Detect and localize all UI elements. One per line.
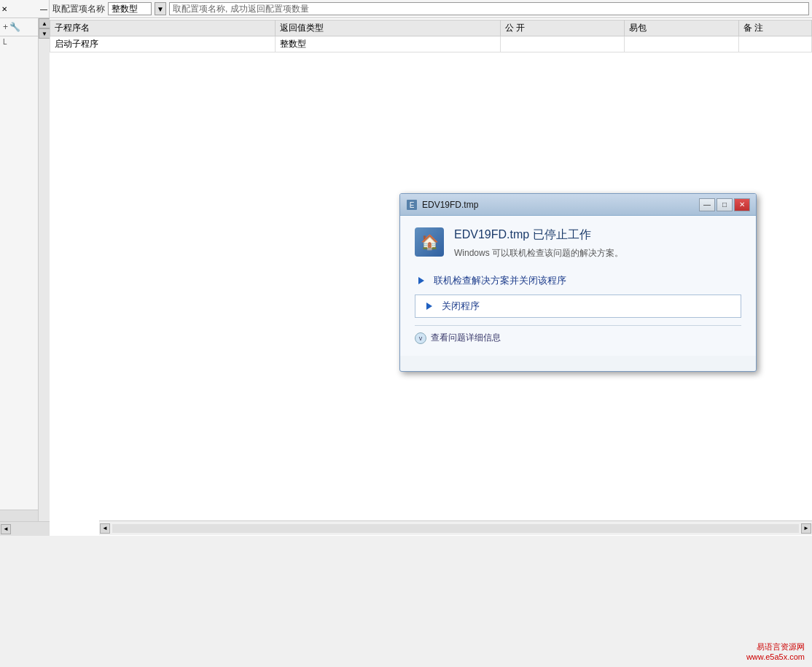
hscroll-right-button[interactable]: ►	[801, 523, 811, 534]
crash-dialog: E EDV19FD.tmp — □ ✕ 🏠	[399, 193, 757, 372]
col-header-easy: 易包	[625, 20, 739, 36]
hscroll-left-button[interactable]: ◄	[100, 523, 110, 534]
cell-easy	[625, 36, 739, 52]
dialog-minimize-button[interactable]: —	[699, 198, 715, 211]
cell-return: 整数型	[275, 36, 500, 52]
close-program-button[interactable]: 关闭程序	[415, 295, 741, 318]
watermark: 易语言资源网 www.e5a5x.com	[746, 641, 805, 661]
close-icon[interactable]: ✕	[1, 5, 7, 13]
house-icon: 🏠	[421, 233, 439, 251]
watermark-line2: www.e5a5x.com	[746, 652, 805, 661]
left-panel-top: ✕ —	[0, 0, 49, 18]
dropdown-button[interactable]: ▼	[155, 2, 166, 15]
dropdown-arrow-icon: ▼	[157, 5, 164, 13]
footer-label: 查看问题详细信息	[431, 332, 501, 344]
dialog-titlebar: E EDV19FD.tmp — □ ✕	[400, 194, 756, 216]
table-header-row: 子程序名 返回值类型 公 开 易包 备 注	[50, 20, 812, 36]
arrow-right-icon-2	[423, 300, 436, 313]
svg-marker-3	[426, 303, 432, 310]
scroll-left-button[interactable]: ◄	[1, 524, 11, 534]
left-scroll-bottom	[0, 510, 38, 521]
type-input[interactable]	[108, 2, 152, 15]
tree-prefix: L	[3, 38, 7, 46]
cell-note	[739, 36, 812, 52]
dialog-title-icon: E	[406, 199, 418, 211]
dialog-app-icon: 🏠	[415, 227, 444, 257]
arrow-right-icon-1	[415, 274, 428, 287]
dialog-restore-button[interactable]: □	[717, 198, 733, 211]
dialog-body: 🏠 EDV19FD.tmp 已停止工作 Windows 可以联机检查该问题的解决…	[400, 216, 756, 356]
expand-icon: v	[415, 332, 426, 344]
table-area: 子程序名 返回值类型 公 开 易包 备 注 启动子程序 整数型	[50, 20, 812, 52]
horizontal-scrollbar: ◄ ►	[99, 520, 812, 535]
col-header-public: 公 开	[500, 20, 625, 36]
action1-label: 联机检查解决方案并关闭该程序	[434, 274, 566, 287]
scroll-down-button[interactable]: ▼	[39, 28, 50, 39]
dialog-subtitle: Windows 可以联机检查该问题的解决方案。	[454, 247, 623, 260]
col-header-note: 备 注	[739, 20, 812, 36]
cell-name: 启动子程序	[50, 36, 276, 52]
cell-public	[500, 36, 625, 52]
svg-text:E: E	[410, 201, 415, 209]
left-panel: ✕ — + 🔧 L ▲ ▼ ◄	[0, 0, 50, 536]
action2-label: 关闭程序	[442, 300, 480, 313]
left-hscroll: ◄	[0, 521, 50, 536]
col-header-return: 返回值类型	[275, 20, 500, 36]
svg-marker-2	[418, 277, 424, 284]
online-check-link[interactable]: 联机检查解决方案并关闭该程序	[415, 271, 741, 290]
dialog-header-row: 🏠 EDV19FD.tmp 已停止工作 Windows 可以联机检查该问题的解决…	[415, 227, 741, 260]
description-input[interactable]	[169, 2, 809, 15]
data-table: 子程序名 返回值类型 公 开 易包 备 注 启动子程序 整数型	[50, 20, 812, 52]
dialog-footer[interactable]: v 查看问题详细信息	[415, 325, 741, 344]
left-vertical-scrollbar: ▲ ▼	[38, 18, 50, 521]
minimize-icon[interactable]: —	[40, 5, 47, 13]
bottom-area: 起始页 程序集1 📋 调用表 🔍 监视表 ∞○ 变量表 🔍 搜寻1 🔍 搜寻2	[0, 536, 812, 667]
col-header-name: 子程序名	[50, 20, 276, 36]
plus-icon[interactable]: +	[3, 22, 8, 32]
dialog-window: E EDV19FD.tmp — □ ✕ 🏠	[399, 193, 757, 372]
table-row[interactable]: 启动子程序 整数型	[50, 36, 812, 52]
dialog-actions: 联机检查解决方案并关闭该程序 关闭程序	[415, 271, 741, 318]
dialog-title-text: EDV19FD.tmp	[422, 200, 699, 210]
dialog-close-button[interactable]: ✕	[734, 198, 750, 211]
watermark-line1: 易语言资源网	[746, 641, 805, 652]
field-label-1: 取配置项名称	[52, 3, 105, 15]
top-field-row: 取配置项名称 ▼	[50, 0, 812, 18]
chevron-down-icon: v	[419, 335, 423, 342]
wrench-icon: 🔧	[9, 22, 20, 32]
dialog-text-area: EDV19FD.tmp 已停止工作 Windows 可以联机检查该问题的解决方案…	[454, 227, 623, 260]
dialog-main-title: EDV19FD.tmp 已停止工作	[454, 227, 623, 243]
dialog-window-buttons: — □ ✕	[699, 198, 750, 211]
scroll-up-button[interactable]: ▲	[39, 18, 50, 28]
